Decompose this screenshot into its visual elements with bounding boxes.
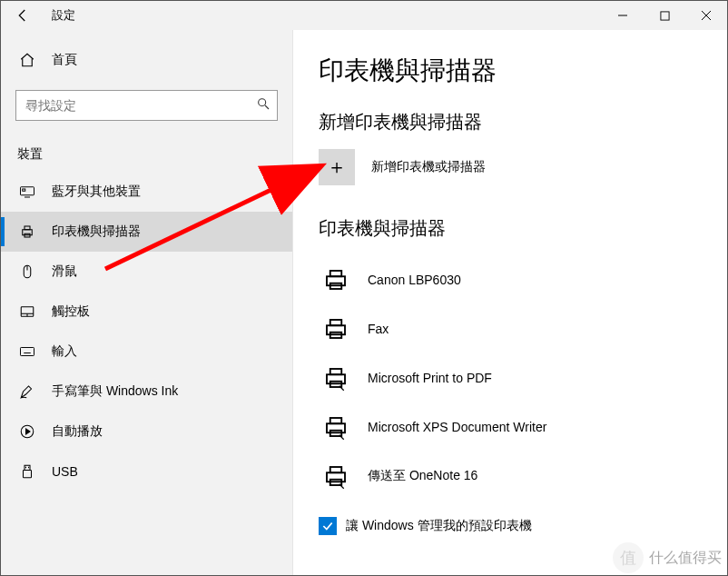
maximize-button[interactable] bbox=[644, 1, 685, 30]
svg-rect-30 bbox=[330, 271, 342, 276]
watermark: 值 什么值得买 bbox=[613, 542, 722, 573]
printer-item[interactable]: 傳送至 OneNote 16 bbox=[319, 452, 727, 501]
printer-name: Microsoft Print to PDF bbox=[368, 371, 492, 385]
svg-point-4 bbox=[259, 99, 266, 106]
autoplay-icon bbox=[19, 423, 35, 440]
sidebar-item-label: 自動播放 bbox=[52, 423, 103, 440]
svg-rect-10 bbox=[25, 226, 30, 230]
sidebar-item-touchpad[interactable]: 觸控板 bbox=[1, 292, 292, 332]
printer-device-icon bbox=[322, 315, 349, 343]
printer-device-icon bbox=[322, 266, 349, 293]
printer-item[interactable]: Canon LBP6030 bbox=[319, 255, 727, 304]
sidebar-item-label: USB bbox=[52, 464, 78, 479]
svg-rect-33 bbox=[330, 320, 342, 325]
add-printer-label: 新增印表機或掃描器 bbox=[371, 159, 486, 175]
pen-icon bbox=[19, 383, 35, 400]
sidebar-item-pen[interactable]: 手寫筆與 Windows Ink bbox=[1, 372, 292, 412]
content-pane: 印表機與掃描器 新增印表機與掃描器 ＋ 新增印表機或掃描器 印表機與掃描器 Ca… bbox=[293, 30, 727, 575]
sidebar-home-label: 首頁 bbox=[52, 52, 77, 68]
sidebar-item-bluetooth[interactable]: 藍牙與其他裝置 bbox=[1, 172, 292, 212]
keyboard-icon bbox=[19, 343, 35, 360]
plus-icon: ＋ bbox=[327, 154, 347, 181]
svg-rect-25 bbox=[25, 465, 30, 470]
svg-rect-17 bbox=[21, 348, 34, 356]
add-printer-row[interactable]: ＋ 新增印表機或掃描器 bbox=[319, 149, 727, 185]
titlebar: 設定 bbox=[1, 1, 727, 30]
svg-rect-39 bbox=[330, 418, 342, 423]
touchpad-icon bbox=[19, 303, 35, 320]
printer-device-icon bbox=[322, 364, 349, 392]
printer-device-icon bbox=[322, 462, 349, 490]
bluetooth-devices-icon bbox=[19, 184, 35, 200]
svg-marker-24 bbox=[26, 429, 31, 434]
sidebar-item-label: 滑鼠 bbox=[52, 263, 77, 280]
window-title: 設定 bbox=[52, 7, 75, 24]
svg-rect-7 bbox=[23, 189, 25, 191]
printer-item[interactable]: Microsoft XPS Document Writer bbox=[319, 402, 727, 452]
mouse-icon bbox=[19, 263, 35, 280]
printer-name: Canon LBP6030 bbox=[368, 273, 461, 287]
manage-default-label: 讓 Windows 管理我的預設印表機 bbox=[346, 518, 532, 534]
svg-line-5 bbox=[265, 105, 269, 109]
sidebar-item-printers[interactable]: 印表機與掃描器 bbox=[1, 212, 292, 252]
printer-item[interactable]: Microsoft Print to PDF bbox=[319, 353, 727, 402]
watermark-text: 什么值得买 bbox=[649, 549, 722, 568]
back-button[interactable] bbox=[1, 1, 44, 30]
sidebar: 首頁 裝置 藍牙與其他裝置 印表機與掃描器 滑鼠 bbox=[1, 30, 293, 575]
watermark-icon: 值 bbox=[613, 542, 644, 573]
svg-rect-1 bbox=[660, 11, 668, 19]
close-button[interactable] bbox=[685, 1, 727, 30]
sidebar-item-label: 輸入 bbox=[52, 343, 77, 360]
printer-device-icon bbox=[322, 413, 349, 441]
sidebar-item-typing[interactable]: 輸入 bbox=[1, 332, 292, 372]
sidebar-item-label: 手寫筆與 Windows Ink bbox=[52, 383, 178, 400]
page-title: 印表機與掃描器 bbox=[319, 54, 727, 88]
sidebar-item-label: 藍牙與其他裝置 bbox=[52, 184, 141, 200]
sidebar-home[interactable]: 首頁 bbox=[1, 43, 292, 77]
list-section-title: 印表機與掃描器 bbox=[319, 216, 727, 241]
svg-rect-9 bbox=[23, 230, 33, 235]
svg-rect-36 bbox=[330, 369, 342, 374]
sidebar-item-label: 印表機與掃描器 bbox=[52, 223, 141, 240]
usb-icon bbox=[19, 463, 35, 480]
add-button[interactable]: ＋ bbox=[319, 149, 355, 185]
printer-name: Fax bbox=[368, 322, 389, 336]
minimize-button[interactable] bbox=[602, 1, 644, 30]
sidebar-item-label: 觸控板 bbox=[52, 303, 90, 320]
printer-name: Microsoft XPS Document Writer bbox=[368, 420, 546, 434]
search-input[interactable] bbox=[15, 90, 278, 121]
home-icon bbox=[19, 52, 35, 68]
sidebar-item-autoplay[interactable]: 自動播放 bbox=[1, 412, 292, 452]
sidebar-category: 裝置 bbox=[1, 134, 292, 172]
search-wrap bbox=[15, 90, 278, 121]
printer-item[interactable]: Fax bbox=[319, 304, 727, 353]
manage-default-row[interactable]: 讓 Windows 管理我的預設印表機 bbox=[319, 517, 727, 535]
svg-rect-26 bbox=[24, 471, 32, 478]
search-icon bbox=[256, 96, 271, 114]
printer-name: 傳送至 OneNote 16 bbox=[368, 468, 477, 484]
add-section-title: 新增印表機與掃描器 bbox=[319, 110, 727, 134]
svg-rect-42 bbox=[330, 467, 342, 472]
sidebar-item-usb[interactable]: USB bbox=[1, 452, 292, 492]
checkbox-checked[interactable] bbox=[319, 517, 337, 535]
sidebar-item-mouse[interactable]: 滑鼠 bbox=[1, 252, 292, 292]
printer-icon bbox=[19, 223, 35, 240]
